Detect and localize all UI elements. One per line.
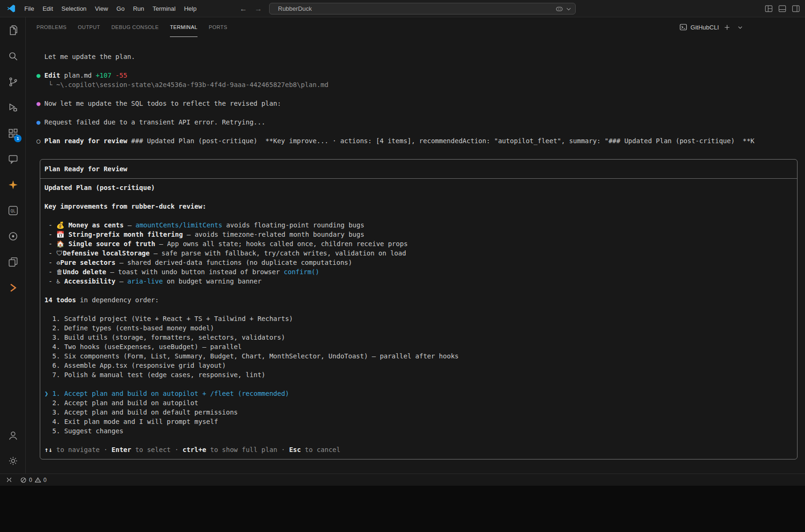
vscode-logo-icon [6, 3, 16, 14]
activity-source-control[interactable] [0, 69, 26, 95]
customize-layout-icon[interactable] [764, 4, 773, 13]
text-segment: ctrl+e [183, 446, 206, 453]
panel: PROBLEMS OUTPUT DEBUG CONSOLE TERMINAL P… [26, 17, 805, 474]
text-segment: ● [37, 100, 44, 107]
menu-go[interactable]: Go [112, 3, 129, 14]
box-title: Plan Ready for Review [44, 164, 793, 174]
warning-icon [35, 477, 41, 483]
problems-indicator[interactable]: 0 0 [20, 477, 46, 483]
tab-terminal[interactable]: TERMINAL [170, 17, 198, 37]
workbench: 1 QL [0, 17, 805, 474]
improvement-accessibility: - ♿ Accessibility — aria-live on budget … [44, 277, 793, 286]
explorer-icon [7, 25, 19, 36]
activity-extensions[interactable]: 1 [0, 120, 26, 146]
terminal-session-item[interactable]: GitHubCLI [679, 23, 719, 31]
activity-codeql[interactable]: QL [0, 197, 26, 223]
text-segment: to select · [131, 446, 183, 453]
toggle-secondary-sidebar-icon[interactable] [791, 4, 800, 13]
box-heading: Updated Plan (post-critique) [44, 183, 793, 192]
blank-line [44, 379, 793, 389]
titlebar: File Edit Selection View Go Run Terminal… [0, 0, 805, 17]
account-icon [7, 430, 19, 441]
activity-run-debug[interactable] [0, 95, 26, 120]
remote-icon [6, 476, 13, 483]
toggle-panel-icon[interactable] [778, 4, 787, 13]
text-segment: Now let me update the SQL todos to refle… [44, 100, 281, 107]
activity-containers[interactable] [0, 249, 26, 275]
menu-selection[interactable]: Selection [57, 3, 90, 14]
tab-debug-console[interactable]: DEBUG CONSOLE [111, 17, 159, 37]
text-segment: Defensive localStorage [63, 249, 149, 257]
improvement-selectors: - ♻Pure selectors — shared derived-data … [44, 258, 793, 267]
text-segment: Enter [111, 446, 131, 453]
blank-line [44, 211, 793, 220]
improvement-single-source: - 🏠 Single source of truth — App owns al… [44, 239, 793, 248]
plan-option-3[interactable]: 3. Accept plan and build on default perm… [44, 408, 793, 417]
menu-terminal[interactable]: Terminal [148, 3, 180, 14]
menu-help[interactable]: Help [180, 3, 201, 14]
activity-comments[interactable] [0, 146, 26, 172]
text-segment: 3. Accept plan and build on default perm… [44, 408, 238, 416]
text-segment: ### Updated Plan (post-critique) **Key i… [127, 137, 754, 145]
text-segment: 2. Define types (cents-based money model… [44, 324, 214, 332]
text-segment: — safe parse with fallback, try/catch wr… [150, 249, 406, 257]
activity-ai-assistant[interactable] [0, 172, 26, 197]
text-segment: - 💰 [44, 221, 68, 229]
terminal-lines: Let me update the plan.● Edit plan.md +1… [37, 52, 805, 155]
new-terminal-button[interactable] [722, 22, 732, 32]
text-segment: - 🗑 [44, 268, 63, 276]
activity-shell[interactable] [0, 275, 26, 300]
blank-line [37, 61, 805, 71]
activity-extension-ring[interactable] [0, 223, 26, 249]
plan-option-4[interactable]: 4. Exit plan mode and I will prompt myse… [44, 417, 793, 426]
text-segment: ↑↓ [44, 446, 52, 453]
error-icon [20, 477, 27, 483]
text-segment: Pure selectors [60, 259, 116, 266]
tab-ports[interactable]: PORTS [209, 17, 227, 37]
screen: File Edit Selection View Go Run Terminal… [0, 0, 805, 532]
text-segment: to show full plan · [206, 446, 289, 453]
blank-line [44, 436, 793, 445]
tab-problems[interactable]: PROBLEMS [37, 17, 66, 37]
blank-line [44, 286, 793, 295]
text-segment: 1. Scaffold project (Vite + React + TS +… [44, 315, 293, 322]
menu-view[interactable]: View [91, 3, 112, 14]
text-segment: amountCents/limitCents [136, 221, 222, 229]
terminal-output[interactable]: Let me update the plan.● Edit plan.md +1… [26, 37, 805, 474]
sparkle-icon [7, 179, 19, 190]
layers-icon [7, 256, 19, 268]
forward-icon[interactable]: → [255, 5, 262, 13]
plan-option-5[interactable]: 5. Suggest changes [44, 426, 793, 436]
sql-line: ● Now let me update the SQL todos to ref… [37, 99, 805, 108]
todo-1: 1. Scaffold project (Vite + React + TS +… [44, 314, 793, 323]
text-segment: — avoids timezone-related month boundary… [183, 231, 365, 238]
copilot-icon[interactable] [555, 4, 564, 14]
activity-explorer[interactable] [0, 17, 26, 43]
menu-edit[interactable]: Edit [38, 3, 57, 14]
account-button[interactable] [0, 423, 26, 448]
retry-line: ● Request failed due to a transient API … [37, 117, 805, 127]
menu-run[interactable]: Run [129, 3, 148, 14]
plan-option-1[interactable]: ❯ 1. Accept plan and build on autopilot … [44, 389, 793, 398]
settings-button[interactable] [0, 448, 26, 474]
text-segment: — [116, 277, 127, 285]
activity-search[interactable] [0, 43, 26, 69]
plan-box-lines: Plan Ready for ReviewUpdated Plan (post-… [44, 164, 793, 454]
text-segment: -55 [116, 72, 127, 79]
remote-indicator[interactable] [6, 476, 13, 483]
terminal-profile-dropdown[interactable] [735, 22, 745, 32]
layout-controls [764, 0, 800, 17]
tab-output[interactable]: OUTPUT [78, 17, 100, 37]
plan-option-2[interactable]: 2. Accept plan and build on autopilot [44, 398, 793, 408]
activity-bar-top: 1 QL [0, 17, 25, 300]
menu-file[interactable]: File [20, 3, 38, 14]
back-icon[interactable]: ← [240, 5, 247, 13]
text-segment: Plan ready for review [44, 137, 127, 145]
plan-ready-line: ○ Plan ready for review ### Updated Plan… [37, 136, 805, 146]
panel-tabs: PROBLEMS OUTPUT DEBUG CONSOLE TERMINAL P… [37, 17, 227, 37]
source-control-icon [7, 76, 19, 87]
chevron-down-icon[interactable] [565, 5, 572, 13]
vscode-window: File Edit Selection View Go Run Terminal… [0, 0, 805, 486]
prompt-chevron-icon [7, 282, 19, 293]
command-center[interactable]: RubberDuck [269, 3, 576, 15]
